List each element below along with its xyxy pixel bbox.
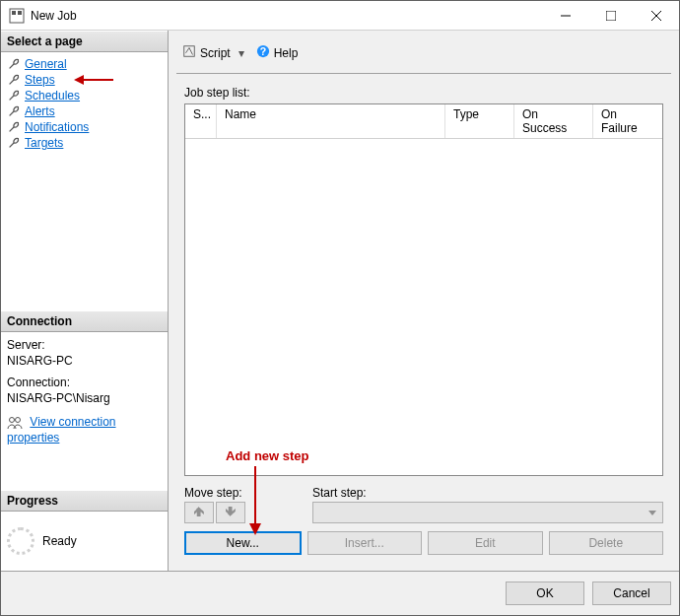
col-type[interactable]: Type xyxy=(445,104,514,138)
list-body-empty xyxy=(185,139,662,475)
titlebar: New Job xyxy=(1,1,679,31)
sidebar-item-label: Steps xyxy=(25,73,55,87)
view-connection-link-label: View connection properties xyxy=(7,415,116,445)
svg-marker-8 xyxy=(74,75,84,85)
wrench-icon xyxy=(7,136,21,150)
maximize-button[interactable] xyxy=(588,1,634,30)
ok-button[interactable]: OK xyxy=(506,582,584,605)
new-step-label: New... xyxy=(227,536,259,550)
main-panel: Script ▾ ? Help Job step list: S... Name… xyxy=(169,31,679,571)
connection-label: Connection: xyxy=(7,376,162,389)
col-on-success[interactable]: On Success xyxy=(514,104,593,138)
progress-status: Ready xyxy=(42,534,77,548)
wrench-icon xyxy=(7,89,21,103)
arrow-up-icon: 🡹 xyxy=(193,506,205,519)
server-label: Server: xyxy=(7,338,162,352)
edit-step-button[interactable]: Edit xyxy=(428,531,543,555)
start-step-label: Start step: xyxy=(312,486,663,500)
sidebar-item-alerts[interactable]: Alerts xyxy=(3,103,166,119)
script-label: Script xyxy=(200,46,231,60)
wrench-icon xyxy=(7,57,21,71)
wrench-icon xyxy=(7,104,21,118)
arrow-down-icon: 🡻 xyxy=(225,506,237,519)
dropdown-arrow-icon: ▾ xyxy=(238,46,244,60)
help-label: Help xyxy=(274,46,299,60)
cancel-label: Cancel xyxy=(613,586,649,600)
wrench-icon xyxy=(7,73,21,87)
progress-panel: Ready xyxy=(1,512,168,571)
new-step-button[interactable]: New... xyxy=(184,531,302,555)
move-up-button[interactable]: 🡹 xyxy=(184,502,214,523)
connection-header: Connection xyxy=(1,310,168,332)
spinner-icon xyxy=(7,527,34,555)
move-down-button[interactable]: 🡻 xyxy=(216,502,245,523)
toolbar: Script ▾ ? Help xyxy=(176,38,671,67)
col-on-failure[interactable]: On Failure xyxy=(593,104,662,138)
page-list: General Steps Schedules Alerts No xyxy=(1,52,168,155)
close-button[interactable] xyxy=(634,1,679,30)
svg-rect-2 xyxy=(18,11,22,15)
annotation-arrow-icon xyxy=(74,73,113,87)
svg-point-9 xyxy=(10,418,15,423)
delete-step-label: Delete xyxy=(588,536,623,550)
progress-header: Progress xyxy=(1,490,168,512)
sidebar: Select a page General Steps Schedules xyxy=(1,31,169,571)
col-name[interactable]: Name xyxy=(217,104,445,138)
help-icon: ? xyxy=(256,44,270,61)
minimize-button[interactable] xyxy=(543,1,588,30)
sidebar-item-label: General xyxy=(25,57,67,71)
cancel-button[interactable]: Cancel xyxy=(592,582,671,605)
action-buttons: New... Insert... Edit Delete xyxy=(184,531,663,555)
start-step-combo[interactable] xyxy=(312,502,663,523)
edit-step-label: Edit xyxy=(475,536,496,550)
content-area: Job step list: S... Name Type On Success… xyxy=(176,73,671,571)
insert-step-button[interactable]: Insert... xyxy=(307,531,423,555)
sidebar-item-label: Targets xyxy=(25,136,63,150)
script-icon xyxy=(182,44,196,61)
window-title: New Job xyxy=(31,9,543,23)
window-controls xyxy=(543,1,679,30)
dialog-footer: OK Cancel xyxy=(1,571,679,615)
insert-step-label: Insert... xyxy=(345,536,384,550)
sidebar-item-label: Alerts xyxy=(25,104,55,118)
group-icon xyxy=(7,415,23,431)
sidebar-item-targets[interactable]: Targets xyxy=(3,135,166,151)
help-button[interactable]: ? Help xyxy=(252,42,303,63)
svg-rect-1 xyxy=(12,11,16,15)
dialog-window: New Job Select a page General Steps xyxy=(0,0,680,616)
job-step-list-label: Job step list: xyxy=(184,86,663,100)
move-step-label: Move step: xyxy=(184,486,293,500)
ok-label: OK xyxy=(536,586,553,600)
script-button[interactable]: Script ▾ xyxy=(178,42,248,63)
sidebar-item-notifications[interactable]: Notifications xyxy=(3,119,166,135)
step-controls: Move step: 🡹 🡻 Start step: xyxy=(184,486,663,523)
delete-step-button[interactable]: Delete xyxy=(549,531,664,555)
connection-value: NISARG-PC\Nisarg xyxy=(7,391,162,405)
col-step-num[interactable]: S... xyxy=(185,104,217,138)
sidebar-item-steps[interactable]: Steps xyxy=(3,72,166,88)
list-header: S... Name Type On Success On Failure xyxy=(185,104,662,139)
wrench-icon xyxy=(7,120,21,134)
job-step-list[interactable]: S... Name Type On Success On Failure xyxy=(184,103,663,476)
svg-text:?: ? xyxy=(259,45,265,57)
sidebar-item-label: Schedules xyxy=(25,89,80,103)
sidebar-item-label: Notifications xyxy=(25,120,89,134)
server-value: NISARG-PC xyxy=(7,354,162,368)
select-page-header: Select a page xyxy=(1,31,168,52)
app-icon xyxy=(9,8,25,24)
sidebar-item-schedules[interactable]: Schedules xyxy=(3,88,166,103)
svg-rect-4 xyxy=(606,11,616,21)
svg-point-10 xyxy=(16,418,21,423)
view-connection-link[interactable]: View connection properties xyxy=(7,415,162,445)
connection-panel: Server: NISARG-PC Connection: NISARG-PC\… xyxy=(1,332,168,450)
sidebar-item-general[interactable]: General xyxy=(3,56,166,72)
